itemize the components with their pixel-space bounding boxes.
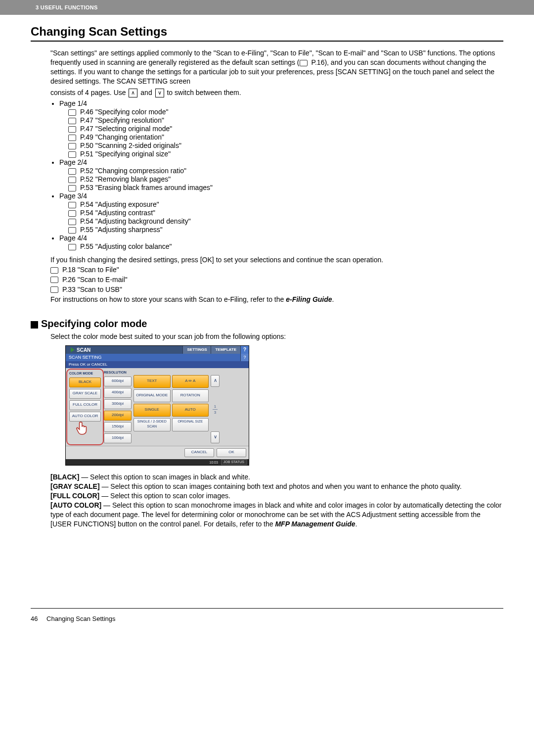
scroll-up-button[interactable]: ∧ — [211, 375, 220, 387]
black-text: — Select this option to scan images in b… — [79, 473, 250, 481]
intro-text-2a: consists of 4 pages. Use — [50, 89, 128, 96]
page-group-2: Page 2/4 P.52 "Changing compression rati… — [59, 158, 503, 191]
intro-text-2b: and — [140, 89, 154, 96]
link-text: P.47 "Specifying resolution" — [80, 116, 164, 124]
color-black-button[interactable]: BLACK — [69, 378, 101, 387]
full-heading: [FULL COLOR] — [50, 492, 99, 500]
help-icon[interactable]: ? — [240, 354, 249, 361]
page-number: 46 — [31, 615, 38, 622]
page-indicator: 1 3 — [211, 388, 220, 430]
res-400-button[interactable]: 400dpi — [104, 388, 132, 398]
footer-title: Changing Scan Settings — [46, 615, 115, 622]
chapter-band: 3 USEFUL FUNCTIONS — [0, 0, 534, 15]
page-current: 1 — [214, 404, 216, 409]
scroll-down-button[interactable]: ∨ — [211, 431, 220, 443]
link-text: P.55 "Adjusting sharpness" — [80, 226, 163, 234]
book-icon — [300, 60, 308, 66]
book-icon — [68, 109, 76, 116]
color-mode-head: COLOR MODE — [69, 372, 101, 376]
book-icon — [68, 151, 76, 158]
link-text: P.52 "Removing blank pages" — [80, 175, 171, 183]
res-200-button[interactable]: 200dpi — [104, 411, 132, 421]
settings-tab[interactable]: SETTINGS — [182, 346, 211, 354]
res-300-button[interactable]: 300dpi — [104, 399, 132, 409]
template-tab[interactable]: TEMPLATE — [211, 346, 240, 354]
link-text: P.18 "Scan to File" — [62, 266, 119, 274]
panel-body: COLOR MODE BLACK GRAY SCALE FULL COLOR A… — [66, 368, 249, 446]
color-gray-button[interactable]: GRAY SCALE — [69, 389, 101, 399]
square-bullet-icon — [31, 321, 38, 329]
document-page: 3 USEFUL FUNCTIONS Changing Scan Setting… — [0, 0, 534, 756]
color-auto-button[interactable]: AUTO COLOR — [69, 412, 101, 422]
resolution-head: RESOLUTION — [104, 371, 132, 375]
page-group-4: Page 4/4 P.55 "Adjusting color balance" — [59, 234, 503, 250]
auto-button[interactable]: AUTO — [172, 404, 209, 417]
page-label: Page 2/4 — [59, 158, 87, 166]
res-150-button[interactable]: 150dpi — [104, 422, 132, 432]
link-text: P.51 "Specifying original size" — [80, 150, 171, 158]
book-icon — [68, 177, 76, 183]
page-footer: 46 Changing Scan Settings — [31, 612, 503, 622]
link-text: P.54 "Adjusting contrast" — [80, 209, 155, 217]
single-2sided-button[interactable]: SINGLE / 2-SIDED SCAN — [134, 418, 171, 431]
single-button[interactable]: SINGLE — [134, 404, 171, 417]
scan-settings-panel: SCAN SETTINGS TEMPLATE ? SCAN SETTING ? … — [65, 345, 249, 466]
finish-text: If you finish changing the desired setti… — [50, 255, 503, 265]
clock-value: 10:03 — [209, 461, 218, 464]
page-group-3: Page 3/4 P.54 "Adjusting exposure" P.54 … — [59, 192, 503, 234]
link-text: P.46 "Specifying color mode" — [80, 108, 169, 116]
link-text: P.52 "Changing compression ratio" — [80, 167, 186, 175]
book-icon — [68, 118, 76, 124]
rotation-button[interactable]: ROTATION — [172, 389, 209, 402]
title-rule — [31, 41, 503, 42]
panel-subtitle-bar: SCAN SETTING ? — [66, 354, 249, 361]
color-mode-column: COLOR MODE BLACK GRAY SCALE FULL COLOR A… — [68, 371, 102, 443]
book-icon — [68, 210, 76, 217]
original-size-button[interactable]: ORIGINAL SIZE — [172, 418, 209, 431]
cancel-button[interactable]: CANCEL — [184, 448, 214, 457]
help-icon[interactable]: ? — [240, 346, 249, 354]
aa-button[interactable]: A ⇔ A — [172, 375, 209, 388]
res-600-button[interactable]: 600dpi — [104, 377, 132, 386]
efile-guide-name: e-Filing Guide — [286, 295, 332, 303]
intro-block: "Scan settings" are settings applied com… — [50, 48, 503, 304]
link-text: P.53 "Erasing black frames around images… — [80, 184, 213, 191]
pointer-area — [69, 423, 101, 433]
black-heading: [BLACK] — [50, 473, 79, 481]
res-100-button[interactable]: 100dpi — [104, 433, 132, 443]
down-arrow-icon: ∨ — [155, 89, 164, 97]
color-full-button[interactable]: FULL COLOR — [69, 400, 101, 410]
original-mode-button[interactable]: ORIGINAL MODE — [134, 389, 171, 402]
book-icon — [68, 126, 76, 133]
book-icon — [68, 244, 76, 250]
up-arrow-icon: ∧ — [129, 89, 137, 97]
pages-outline: Page 1/4 P.46 "Specifying color mode" P.… — [59, 99, 503, 250]
scan-triangle-icon — [71, 347, 75, 352]
gray-text: — Select this option to scan images cont… — [100, 482, 462, 490]
book-icon — [50, 267, 58, 274]
job-status-button[interactable]: JOB STATUS — [221, 459, 247, 465]
efile-note: For instructions on how to store your sc… — [50, 295, 503, 304]
options-column: TEXT A ⇔ A ORIGINAL MODE ROTATION SINGLE… — [134, 371, 209, 443]
link-text: P.33 "Scan to USB" — [62, 285, 122, 293]
panel-footer: CANCEL OK — [66, 446, 249, 459]
link-text: P.49 "Changing orientation" — [80, 133, 164, 141]
panel-statusbar: 10:03 JOB STATUS — [66, 459, 249, 465]
link-text: P.26 "Scan to E-mail" — [62, 276, 128, 284]
finish-block: If you finish changing the desired setti… — [50, 255, 503, 304]
page-scroll: ∧ 1 3 ∨ — [211, 371, 220, 443]
text-button[interactable]: TEXT — [134, 375, 171, 388]
page-label: Page 4/4 — [59, 234, 87, 242]
link-text: P.54 "Adjusting exposure" — [80, 200, 159, 208]
book-icon — [50, 286, 58, 293]
page-label: Page 1/4 — [59, 99, 87, 107]
footer-rule — [31, 608, 503, 609]
book-icon — [68, 168, 76, 175]
ok-button[interactable]: OK — [217, 448, 246, 457]
full-text: — Select this option to scan color image… — [99, 492, 230, 500]
auto-heading: [AUTO COLOR] — [50, 501, 101, 509]
efile-text-c: . — [332, 295, 334, 303]
link-text: P.55 "Adjusting color balance" — [80, 242, 172, 250]
panel-titlebar: SCAN SETTINGS TEMPLATE ? — [66, 346, 249, 354]
panel-title: SCAN — [77, 347, 90, 353]
